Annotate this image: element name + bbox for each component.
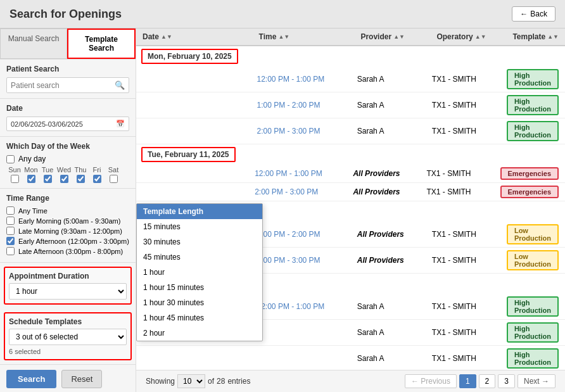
table-row[interactable]: 12:00 PM - 1:00 PM All Providers TX1 - S… (136, 165, 565, 183)
sort-provider-icon: ▲▼ (393, 34, 405, 40)
back-button[interactable]: ← Back (512, 6, 555, 22)
date-section: Date 02/06/2025-03/06/2025 📅 (0, 99, 136, 137)
tab-bar: Manual Search Template Search (0, 28, 136, 60)
appointment-duration-section: Appointment Duration 1 hour (4, 267, 132, 305)
table-row[interactable]: 1:00 PM - 2:00 PM Sarah A TX1 - SMITH Hi… (136, 92, 565, 118)
any-day-checkbox[interactable] (6, 155, 15, 163)
date-label: Date (6, 104, 129, 113)
time-late-afternoon-checkbox[interactable] (6, 247, 15, 255)
sort-template-icon: ▲▼ (547, 34, 559, 40)
template-length-dropdown: Template Length 15 minutes 30 minutes 45… (136, 203, 263, 341)
date-label-1: Mon, February 10, 2025 (141, 49, 238, 64)
calendar-icon: 📅 (116, 120, 125, 128)
col-date[interactable]: Date ▲▼ (136, 32, 253, 41)
col-time[interactable]: Time ▲▼ (253, 32, 355, 41)
patient-search-section: Patient Search 🔍 (0, 60, 136, 99)
page-1-button[interactable]: 1 (459, 374, 476, 388)
time-late-morning-checkbox[interactable] (6, 227, 15, 235)
dropdown-item-45min[interactable]: 45 minutes (137, 250, 262, 265)
any-day-label: Any day (18, 155, 46, 163)
checkbox-wed[interactable] (60, 175, 68, 183)
day-of-week-title: Which Day of the Week (6, 142, 129, 151)
date-input[interactable]: 02/06/2025-03/06/2025 📅 (6, 117, 129, 131)
dropdown-header: Template Length (137, 204, 262, 219)
time-range-section: Time Range Any Time Early Morning (5:00a… (0, 189, 136, 263)
table-body: Mon, February 10, 2025 12:00 PM - 1:00 P… (136, 46, 565, 370)
dropdown-item-30min[interactable]: 30 minutes (137, 234, 262, 250)
appointment-duration-title: Appointment Duration (9, 272, 127, 281)
back-arrow-icon: ← (520, 9, 528, 18)
page-2-button[interactable]: 2 (479, 374, 496, 388)
next-button[interactable]: Next → (517, 374, 555, 388)
page-title: Search for Openings (10, 8, 122, 21)
checkbox-tue[interactable] (44, 175, 52, 183)
schedule-templates-footer: 6 selected (9, 348, 127, 355)
checkbox-sun[interactable] (11, 175, 19, 183)
right-panel: Date ▲▼ Time ▲▼ Provider ▲▼ Operatory ▲▼… (136, 28, 565, 392)
table-row[interactable]: 2:00 PM - 3:00 PM All Providers TX1 - SM… (136, 183, 565, 201)
dropdown-item-1hr30[interactable]: 1 hour 30 minutes (137, 295, 262, 310)
date-value: 02/06/2025-03/06/2025 (11, 120, 83, 128)
appointment-duration-select[interactable]: 1 hour (9, 283, 127, 300)
showing-info: Showing 10 25 50 of 28 entries (146, 374, 250, 388)
dropdown-item-1hr15[interactable]: 1 hour 15 minutes (137, 280, 262, 295)
tab-manual-search[interactable]: Manual Search (0, 28, 67, 59)
dropdown-item-2hr[interactable]: 2 hour (137, 326, 262, 341)
reset-button[interactable]: Reset (61, 370, 102, 388)
schedule-templates-title: Schedule Templates (9, 317, 127, 326)
dropdown-item-1hr45[interactable]: 1 hour 45 minutes (137, 310, 262, 326)
left-panel: Manual Search Template Search Patient Se… (0, 28, 136, 392)
table-header: Date ▲▼ Time ▲▼ Provider ▲▼ Operatory ▲▼… (136, 28, 565, 46)
day-of-week-section: Which Day of the Week Any day Sun Mon Tu… (0, 137, 136, 189)
schedule-templates-select[interactable]: 3 out of 6 selected (9, 329, 127, 345)
checkbox-thu[interactable] (77, 175, 85, 183)
time-early-morning-checkbox[interactable] (6, 217, 15, 225)
action-buttons: Search Reset (0, 364, 136, 392)
time-early-afternoon-checkbox[interactable] (6, 237, 15, 245)
dropdown-item-15min[interactable]: 15 minutes (137, 219, 262, 234)
checkbox-fri[interactable] (93, 175, 101, 183)
time-range-title: Time Range (6, 194, 129, 203)
dropdown-item-1hr[interactable]: 1 hour (137, 265, 262, 280)
sort-operatory-icon: ▲▼ (475, 34, 486, 40)
checkbox-sat[interactable] (110, 175, 118, 183)
table-footer: Showing 10 25 50 of 28 entries ← Previou… (136, 370, 565, 392)
date-label-2: Tue, February 11, 2025 (141, 147, 236, 162)
sort-date-icon: ▲▼ (161, 34, 172, 40)
time-any-checkbox[interactable] (6, 206, 15, 215)
pagination: ← Previous 1 2 3 Next → (405, 374, 555, 388)
search-icon: 🔍 (111, 78, 129, 92)
per-page-select[interactable]: 10 25 50 (177, 374, 205, 388)
date-group-1: Mon, February 10, 2025 (136, 46, 565, 66)
schedule-templates-section: Schedule Templates 3 out of 6 selected 6… (4, 312, 132, 360)
page-3-button[interactable]: 3 (498, 374, 515, 388)
patient-search-title: Patient Search (6, 65, 129, 73)
checkbox-mon[interactable] (27, 175, 35, 183)
col-provider[interactable]: Provider ▲▼ (354, 32, 430, 41)
patient-search-box: 🔍 (6, 77, 129, 93)
sort-time-icon: ▲▼ (278, 34, 289, 40)
patient-search-input[interactable] (7, 79, 111, 92)
tab-template-search[interactable]: Template Search (67, 28, 136, 59)
table-row[interactable]: 12:00 PM - 1:00 PM Sarah A TX1 - SMITH H… (136, 66, 565, 92)
col-operatory[interactable]: Operatory ▲▼ (430, 32, 506, 41)
table-row[interactable]: 2:00 PM - 3:00 PM Sarah A TX1 - SMITH Hi… (136, 118, 565, 144)
table-row[interactable]: Sarah A TX1 - SMITH High Production (136, 346, 565, 370)
previous-button[interactable]: ← Previous (405, 374, 457, 388)
search-button[interactable]: Search (6, 370, 56, 388)
col-template[interactable]: Template ▲▼ (506, 32, 565, 41)
date-group-2: Tue, February 11, 2025 (136, 144, 565, 165)
